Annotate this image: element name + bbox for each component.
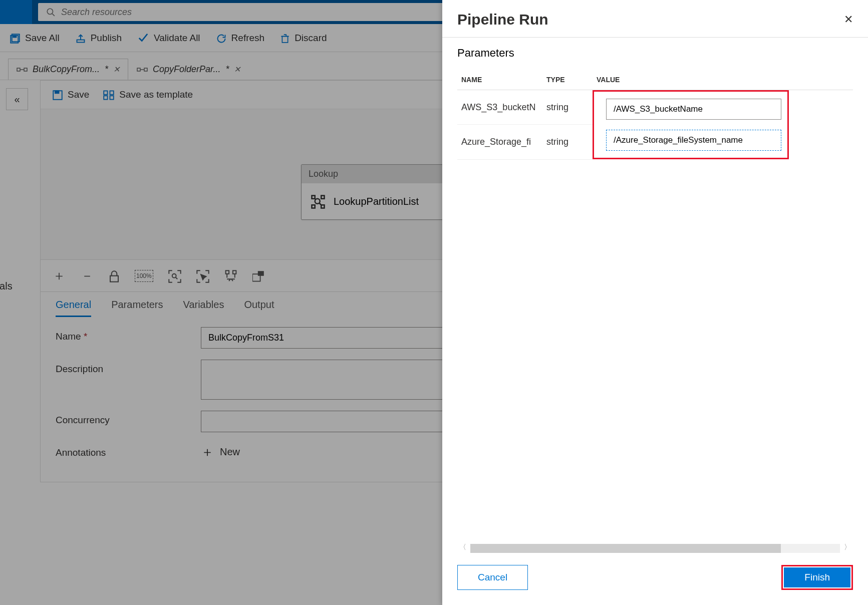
svg-point-0 — [47, 9, 53, 15]
save-button[interactable]: Save — [53, 89, 89, 100]
activity-name: LookupPartitionList — [334, 196, 419, 207]
svg-point-26 — [172, 274, 176, 278]
refresh-button[interactable]: Refresh — [216, 32, 265, 44]
svg-rect-14 — [55, 91, 59, 93]
param-name: AWS_S3_bucketN — [457, 90, 542, 125]
svg-rect-25 — [110, 276, 118, 282]
section-title: Parameters — [457, 47, 853, 60]
tab-copyfolder[interactable]: CopyFolderPar... * ✕ — [128, 59, 249, 80]
discard-label: Discard — [295, 33, 327, 44]
new-annotation-button[interactable]: ＋ New — [201, 443, 240, 461]
col-name: NAME — [457, 70, 542, 90]
tab-bulkcopy[interactable]: BulkCopyFrom... * ✕ — [8, 59, 128, 80]
save-all-icon — [10, 32, 20, 44]
cancel-button[interactable]: Cancel — [457, 565, 528, 590]
scroll-left-icon[interactable]: 〈 — [459, 543, 466, 552]
tab-parameters[interactable]: Parameters — [111, 299, 163, 317]
tab-variables[interactable]: Variables — [183, 299, 224, 317]
svg-line-1 — [52, 14, 55, 17]
svg-rect-31 — [258, 271, 264, 276]
refresh-icon — [216, 32, 226, 44]
svg-rect-21 — [312, 205, 315, 208]
svg-rect-11 — [144, 68, 147, 71]
svg-rect-8 — [24, 68, 27, 71]
param-value-input[interactable] — [606, 130, 781, 151]
close-icon[interactable]: ✕ — [234, 65, 240, 74]
svg-rect-28 — [225, 270, 229, 274]
close-icon[interactable]: ✕ — [113, 65, 120, 74]
desc-label: Description — [56, 360, 201, 375]
app-menu[interactable] — [0, 0, 32, 24]
svg-rect-19 — [312, 196, 315, 199]
svg-line-27 — [176, 277, 177, 279]
lock-icon[interactable] — [109, 268, 120, 283]
publish-label: Publish — [91, 33, 122, 44]
activity-body: LookupPartitionList — [302, 183, 466, 219]
validate-all-label: Validate All — [154, 33, 200, 44]
save-template-label: Save as template — [119, 89, 193, 100]
panel-title: Pipeline Run — [457, 11, 548, 28]
param-name: Azure_Storage_fi — [457, 125, 542, 159]
svg-rect-18 — [110, 96, 114, 99]
activity-lookup[interactable]: Lookup ✓ LookupPartitionList — [301, 164, 466, 220]
tab-general[interactable]: General — [56, 299, 91, 317]
refresh-label: Refresh — [231, 33, 265, 44]
trash-icon — [280, 32, 290, 44]
svg-rect-16 — [110, 91, 114, 94]
close-icon[interactable]: ✕ — [844, 13, 853, 26]
validate-all-button[interactable]: Validate All — [138, 32, 200, 44]
activity-header: Lookup ✓ — [302, 165, 466, 183]
finish-button[interactable]: Finish — [784, 567, 850, 587]
discard-button[interactable]: Discard — [280, 32, 327, 44]
template-icon — [103, 89, 114, 100]
tab-dirty: * — [225, 64, 229, 75]
svg-rect-15 — [104, 91, 108, 94]
save-label: Save — [68, 89, 89, 100]
collapse-sidebar-button[interactable]: « — [6, 88, 28, 110]
minimap-icon[interactable] — [252, 268, 264, 283]
pipeline-run-panel: Pipeline Run ✕ Parameters NAME TYPE VALU… — [442, 0, 868, 605]
col-value: VALUE — [593, 70, 853, 90]
zoom-100-icon[interactable]: 100% — [135, 270, 153, 282]
svg-line-24 — [320, 203, 322, 206]
concurrency-label: Concurrency — [56, 411, 201, 426]
validate-icon — [138, 32, 149, 44]
new-label: New — [220, 446, 240, 458]
lookup-icon — [311, 193, 326, 209]
name-label: Name * — [56, 327, 201, 342]
svg-rect-17 — [104, 96, 108, 99]
plus-icon: ＋ — [201, 443, 214, 461]
svg-rect-10 — [137, 68, 140, 71]
svg-rect-7 — [17, 68, 20, 71]
panel-footer: Cancel Finish — [442, 556, 868, 605]
param-type: string — [542, 90, 593, 125]
param-type: string — [542, 125, 593, 159]
save-icon — [53, 89, 63, 100]
tab-label: BulkCopyFrom... — [33, 64, 100, 75]
svg-rect-4 — [13, 35, 16, 37]
scroll-right-icon[interactable]: 〉 — [844, 543, 851, 552]
activity-kind: Lookup — [309, 169, 338, 179]
select-icon[interactable] — [196, 268, 209, 283]
scroll-thumb[interactable] — [470, 544, 781, 553]
svg-rect-6 — [282, 36, 288, 42]
remove-icon[interactable]: － — [81, 267, 94, 284]
svg-rect-5 — [77, 40, 84, 42]
svg-rect-29 — [233, 270, 236, 274]
tab-output[interactable]: Output — [244, 299, 274, 317]
horizontal-scrollbar[interactable]: 〈 〉 — [457, 541, 853, 556]
publish-button[interactable]: Publish — [76, 32, 122, 44]
add-icon[interactable]: ＋ — [53, 267, 66, 284]
svg-point-23 — [315, 199, 320, 204]
save-template-button[interactable]: Save as template — [103, 89, 193, 100]
save-all-button[interactable]: Save All — [10, 32, 60, 44]
svg-rect-20 — [321, 196, 324, 199]
table-row: AWS_S3_bucketN string — [457, 90, 853, 125]
tab-label: CopyFolderPar... — [153, 64, 220, 75]
autolayout-icon[interactable] — [224, 268, 237, 283]
zoom-fit-icon[interactable] — [168, 268, 181, 283]
annotations-label: Annotations — [56, 443, 201, 458]
pipeline-icon — [17, 64, 28, 75]
param-value-input[interactable] — [606, 99, 781, 120]
finish-highlight: Finish — [781, 565, 853, 590]
